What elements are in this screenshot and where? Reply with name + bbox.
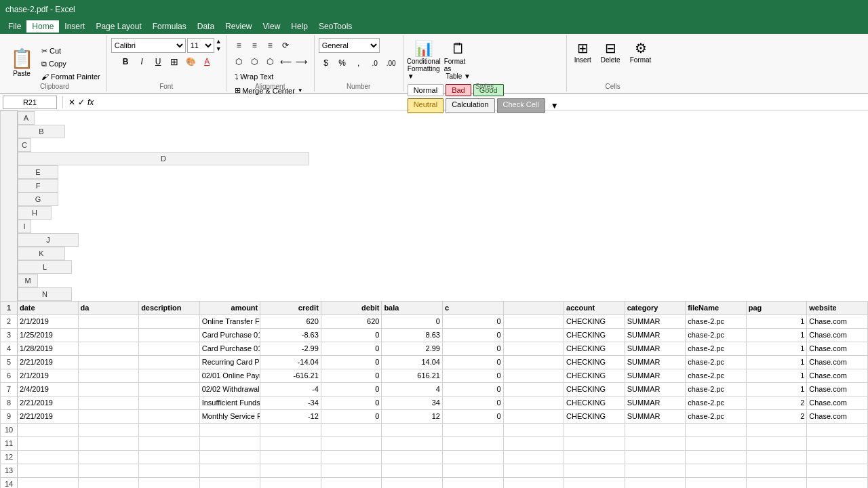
cell-8-hi[interactable] [503, 396, 564, 409]
header-filename[interactable]: fileName [686, 301, 747, 314]
cell-9-f[interactable]: 0 [321, 409, 382, 423]
cell-5-hi[interactable] [503, 355, 564, 369]
cell-2-g[interactable]: 0 [382, 314, 443, 328]
cell-7-f[interactable]: 0 [321, 382, 382, 396]
cell-4-l[interactable]: chase-2.pc [686, 342, 747, 355]
cell-3-b[interactable] [78, 328, 139, 342]
cell-3-k[interactable]: SUMMAR [625, 328, 686, 342]
header-datenum[interactable]: da [78, 301, 139, 314]
align-top-left-button[interactable]: ≡ [231, 38, 246, 53]
col-header-n[interactable]: N [18, 287, 72, 301]
style-neutral-button[interactable]: Neutral [408, 98, 443, 113]
header-account2[interactable]: account [564, 301, 625, 314]
cell-5-k[interactable]: SUMMAR [625, 355, 686, 369]
cell-9-n[interactable]: Chase.com [807, 409, 868, 423]
cell-5-h[interactable]: 0 [442, 355, 503, 369]
menu-insert[interactable]: Insert [59, 20, 90, 33]
col-header-j[interactable]: J [18, 233, 79, 247]
align-left-button[interactable]: ⬡ [231, 54, 246, 69]
cell-9-a[interactable]: 2/21/2019 [18, 409, 79, 423]
cell-2-h[interactable]: 0 [442, 314, 503, 328]
cell-5-e[interactable]: -14.04 [260, 355, 321, 369]
col-header-k[interactable]: K [18, 247, 65, 260]
menu-review[interactable]: Review [220, 20, 257, 33]
cell-6-j[interactable]: CHECKING [564, 369, 625, 382]
menu-seotools[interactable]: SeoTools [313, 20, 357, 33]
cell-3-g[interactable]: 8.63 [382, 328, 443, 342]
cell-4-hi[interactable] [503, 342, 564, 355]
cell-4-m[interactable]: 1 [746, 342, 807, 355]
cell-2-b[interactable] [78, 314, 139, 328]
confirm-formula-icon[interactable]: ✓ [78, 98, 85, 107]
col-header-a[interactable]: A [18, 111, 35, 125]
cell-2-m[interactable]: 1 [746, 314, 807, 328]
cell-7-g[interactable]: 4 [382, 382, 443, 396]
cell-8-f[interactable]: 0 [321, 396, 382, 409]
cell-3-f[interactable]: 0 [321, 328, 382, 342]
cell-5-m[interactable]: 1 [746, 355, 807, 369]
header-balance[interactable]: bala [382, 301, 443, 314]
cell-4-k[interactable]: SUMMAR [625, 342, 686, 355]
cell-7-m[interactable]: 1 [746, 382, 807, 396]
col-header-e[interactable]: E [18, 165, 58, 179]
cell-2-j[interactable]: CHECKING [564, 314, 625, 328]
cell-8-l[interactable]: chase-2.pc [686, 396, 747, 409]
cell-7-k[interactable]: SUMMAR [625, 382, 686, 396]
cell-2-e[interactable]: 620 [260, 314, 321, 328]
cell-8-e[interactable]: -34 [260, 396, 321, 409]
border-button[interactable]: ⊞ [167, 54, 182, 69]
font-size-select[interactable]: 11 [187, 38, 214, 53]
cell-3-n[interactable]: Chase.com [807, 328, 868, 342]
cell-9-l[interactable]: chase-2.pc [686, 409, 747, 423]
cell-5-f[interactable]: 0 [321, 355, 382, 369]
copy-button[interactable]: ⧉ Copy [39, 58, 102, 70]
menu-help[interactable]: Help [285, 20, 313, 33]
cell-7-e[interactable]: -4 [260, 382, 321, 396]
col-header-g[interactable]: G [18, 192, 58, 206]
indent-decrease-button[interactable]: ⟵ [278, 54, 293, 69]
col-header-f[interactable]: F [18, 179, 58, 192]
cancel-formula-icon[interactable]: ✕ [68, 98, 75, 107]
cell-5-d[interactable]: Recurring Card Purchase 02/20 Amazon Pri… [199, 355, 260, 369]
decrease-font-button[interactable]: ▼ [216, 45, 222, 53]
cell-9-c[interactable] [139, 409, 200, 423]
cell-9-g[interactable]: 12 [382, 409, 443, 423]
align-top-right-button[interactable]: ≡ [262, 38, 277, 53]
cell-9-m[interactable]: 2 [746, 409, 807, 423]
cell-7-c[interactable] [139, 382, 200, 396]
cell-10-a[interactable] [18, 423, 79, 436]
cell-9-e[interactable]: -12 [260, 409, 321, 423]
header-debit[interactable]: debit [321, 301, 382, 314]
cell-6-e[interactable]: -616.21 [260, 369, 321, 382]
cell-2-c[interactable] [139, 314, 200, 328]
cell-3-c[interactable] [139, 328, 200, 342]
cell-3-a[interactable]: 1/25/2019 [18, 328, 79, 342]
cell-6-g[interactable]: 616.21 [382, 369, 443, 382]
cell-8-b[interactable] [78, 396, 139, 409]
cell-5-n[interactable]: Chase.com [807, 355, 868, 369]
conditional-formatting-button[interactable]: 📊 Conditional Formatting ▼ [408, 38, 440, 82]
cell-5-l[interactable]: chase-2.pc [686, 355, 747, 369]
cut-button[interactable]: ✂ Cut [39, 45, 102, 57]
cell-9-k[interactable]: SUMMAR [625, 409, 686, 423]
decimal-increase-button[interactable]: .0 [368, 56, 382, 70]
cell-5-c[interactable] [139, 355, 200, 369]
header-c[interactable]: c [442, 301, 503, 314]
cell-3-j[interactable]: CHECKING [564, 328, 625, 342]
bold-button[interactable]: B [118, 54, 133, 69]
cell-6-b[interactable] [78, 369, 139, 382]
cell-6-m[interactable]: 1 [746, 369, 807, 382]
cell-6-d[interactable]: 02/01 Online Payment 7901788327 To Mortg… [199, 369, 260, 382]
cell-9-hi[interactable] [503, 409, 564, 423]
cell-4-h[interactable]: 0 [442, 342, 503, 355]
cell-8-d[interactable]: Insufficient Funds Fee For A $14.04 Recu… [199, 396, 260, 409]
cell-8-n[interactable]: Chase.com [807, 396, 868, 409]
cell-7-n[interactable]: Chase.com [807, 382, 868, 396]
header-category[interactable]: category [625, 301, 686, 314]
cell-6-a[interactable]: 2/1/2019 [18, 369, 79, 382]
cell-6-h[interactable]: 0 [442, 369, 503, 382]
cell-3-h[interactable]: 0 [442, 328, 503, 342]
font-color-button[interactable]: A [199, 54, 214, 69]
cell-8-k[interactable]: SUMMAR [625, 396, 686, 409]
cell-4-c[interactable] [139, 342, 200, 355]
